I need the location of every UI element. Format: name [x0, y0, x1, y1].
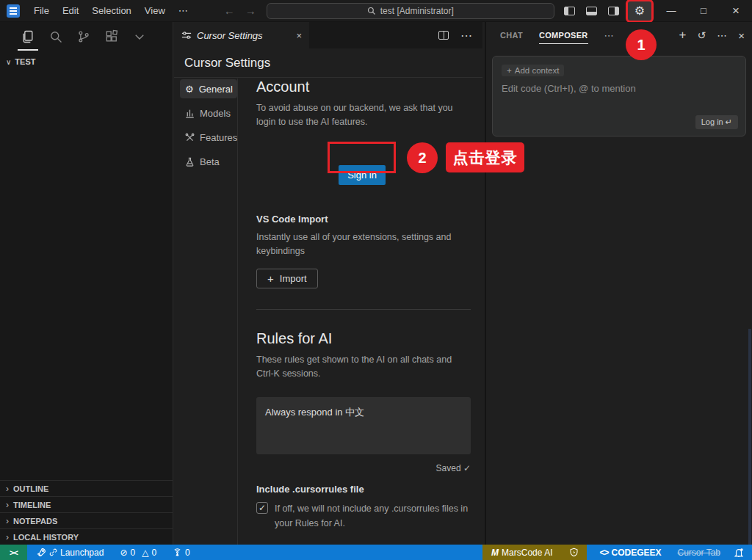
enter-icon: ↵ — [726, 117, 732, 126]
section-label: TIMELINE — [13, 501, 51, 509]
editor-more-actions-icon[interactable]: ⋯ — [460, 29, 472, 43]
panel-more-icon[interactable]: ⋯ — [717, 29, 727, 41]
chevron-right-icon: › — [6, 500, 9, 510]
account-description: To avoid abuse on our backend, we ask th… — [256, 101, 471, 130]
toggle-secondary-sidebar-button[interactable] — [602, 1, 624, 21]
tab-composer[interactable]: COMPOSER — [539, 22, 588, 48]
toggle-primary-sidebar-button[interactable] — [558, 1, 580, 21]
sidebar-section-notepads[interactable]: › NOTEPADS — [0, 512, 173, 528]
menu-selection[interactable]: Selection — [85, 2, 137, 19]
tools-icon — [185, 133, 195, 142]
codegeex-item[interactable]: <> CODEGEEX — [594, 545, 666, 560]
split-editor-icon[interactable] — [438, 31, 449, 40]
panel-scrollbar[interactable] — [748, 329, 751, 545]
composer-placeholder: Edit code (Ctrl+I), @ to mention — [502, 83, 737, 94]
composer-input-box[interactable]: + Add context Edit code (Ctrl+I), @ to m… — [492, 56, 746, 137]
gear-icon: ⚙ — [185, 84, 194, 95]
chevron-right-icon: › — [6, 484, 9, 494]
panel-close-icon[interactable]: × — [738, 29, 745, 42]
settings-nav-divider — [237, 79, 238, 545]
tab-close-icon[interactable]: × — [296, 30, 302, 41]
import-label: Import — [280, 273, 307, 284]
window-maximize-button[interactable]: □ — [687, 0, 720, 21]
section-label: OUTLINE — [13, 484, 48, 493]
window-close-button[interactable]: × — [720, 0, 752, 21]
warning-count: 0 — [151, 548, 156, 558]
settings-nav-features[interactable]: Features — [180, 128, 237, 147]
tab-cursor-settings[interactable]: Cursor Settings × — [174, 22, 309, 48]
ports-item[interactable]: 0 — [167, 545, 195, 560]
import-button[interactable]: + Import — [256, 269, 318, 288]
launchpad-item[interactable]: Launchpad — [32, 545, 109, 560]
explorer-view-icon[interactable] — [19, 28, 37, 46]
menu-view[interactable]: View — [138, 2, 172, 19]
extensions-view-icon[interactable] — [103, 28, 120, 46]
settings-page-title: Cursor Settings — [174, 48, 482, 78]
marscode-label: MarsCode AI — [502, 548, 552, 558]
editor-tabstrip: Cursor Settings × ⋯ — [174, 22, 482, 48]
sidebar-section-outline[interactable]: › OUTLINE — [0, 480, 173, 496]
tab-chat[interactable]: CHAT — [500, 22, 523, 48]
warning-icon: △ — [142, 548, 148, 558]
activity-more-chevron-icon[interactable] — [131, 28, 148, 46]
marscode-item[interactable]: M MarsCode AI — [482, 545, 561, 560]
check-icon: ✓ — [258, 503, 266, 513]
marscode-icon: M — [491, 548, 499, 558]
search-icon — [367, 7, 376, 15]
cursorrules-description: If off, we will not include any .cursorr… — [275, 502, 471, 531]
cursorrules-heading: Include .cursorrules file — [256, 484, 471, 495]
codegeex-icon: <> — [599, 548, 608, 558]
link-icon — [49, 548, 57, 556]
ai-pane-header: CHAT COMPOSER ⋯ + ↺ ⋯ × — [486, 22, 752, 48]
beaker-icon — [185, 157, 195, 167]
vscode-import-description: Instantly use all of your extensions, se… — [256, 230, 471, 259]
rules-textarea[interactable]: Always respond in 中文 — [256, 397, 471, 454]
activity-bar — [0, 22, 173, 50]
notifications-item[interactable] — [728, 545, 749, 560]
annotation-signin-outline — [328, 142, 396, 173]
editor-group: Cursor Settings × ⋯ Cursor Settings ⚙ Ge… — [174, 22, 482, 545]
cursor-tab-item[interactable]: Cursor Tab — [673, 545, 726, 560]
add-context-chip[interactable]: + Add context — [502, 65, 564, 76]
panel-tabs-more-icon[interactable]: ⋯ — [604, 30, 614, 41]
remote-icon: >< — [10, 548, 18, 557]
sidebar-section-local-history[interactable]: › LOCAL HISTORY — [0, 528, 173, 545]
menu-edit[interactable]: Edit — [56, 2, 85, 19]
command-center-search[interactable]: test [Administrator] — [267, 3, 554, 19]
cursorrules-checkbox[interactable]: ✓ — [256, 502, 268, 514]
menu-more-icon[interactable]: ⋯ — [172, 2, 195, 19]
sidebar-section-timeline[interactable]: › TIMELINE — [0, 496, 173, 512]
nav-forward-icon[interactable]: → — [245, 4, 256, 17]
history-icon[interactable]: ↺ — [698, 29, 706, 41]
bell-icon — [734, 548, 744, 558]
settings-gear-button[interactable]: ⚙ — [627, 1, 652, 21]
annotation-step2-badge: 2 — [407, 142, 438, 173]
ports-count: 0 — [185, 548, 190, 558]
gear-icon: ⚙ — [634, 4, 645, 18]
nav-label: General — [199, 84, 233, 95]
settings-nav-general[interactable]: ⚙ General — [180, 79, 237, 98]
radio-tower-icon — [173, 548, 182, 557]
problems-item[interactable]: ⊘ 0 △ 0 — [115, 545, 162, 560]
shield-icon — [569, 548, 579, 557]
composer-login-button[interactable]: Log in ↵ — [695, 115, 738, 129]
window-minimize-button[interactable]: — — [655, 0, 687, 21]
explorer-root-header[interactable]: ∨ TEST — [0, 50, 173, 69]
toggle-panel-button[interactable] — [580, 1, 602, 21]
nav-label: Beta — [200, 156, 220, 167]
source-control-view-icon[interactable] — [75, 28, 93, 46]
search-view-icon[interactable] — [47, 28, 65, 46]
remote-indicator[interactable]: >< — [0, 545, 27, 560]
nav-label: Features — [200, 132, 237, 143]
new-chat-icon[interactable]: + — [679, 28, 687, 43]
settings-nav-beta[interactable]: Beta — [180, 152, 237, 171]
explorer-sidebar: ∨ TEST › OUTLINE › TIMELINE › NOTEPADS ›… — [0, 22, 173, 545]
menu-file[interactable]: File — [27, 2, 56, 19]
explorer-root-label: TEST — [15, 57, 35, 66]
codegeex-label: CODEGEEX — [612, 548, 662, 558]
layout-panel-icon — [586, 7, 597, 15]
nav-back-icon[interactable]: ← — [224, 4, 235, 17]
settings-nav-models[interactable]: Models — [180, 103, 237, 123]
marscode-shield-item[interactable] — [561, 545, 587, 560]
settings-nav: ⚙ General Models Features Beta — [180, 79, 237, 176]
